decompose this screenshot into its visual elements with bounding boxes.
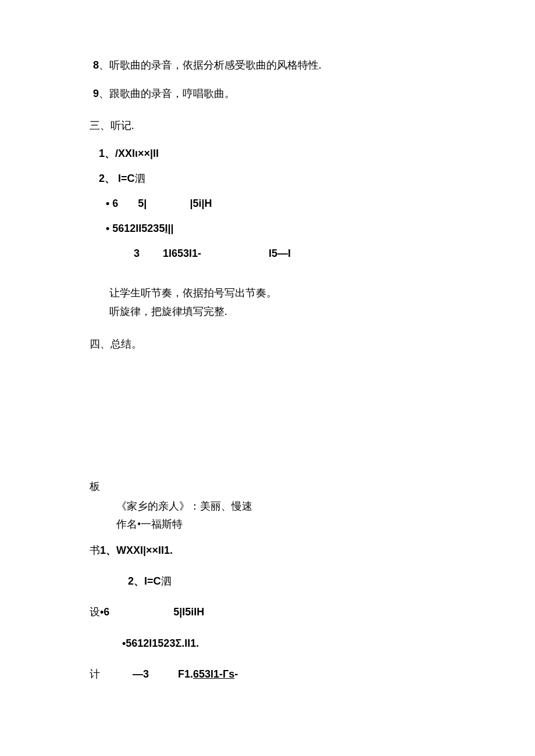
board-item3-a: •6 (100, 606, 109, 618)
section-4-title: 四、总结。 (90, 337, 535, 352)
board-label-she: 设 (90, 606, 100, 618)
deep-indent-line: 31I653I1-I5—I (93, 246, 535, 261)
item-text: 、 I=C (105, 173, 135, 184)
list-item-9: 9、跟歌曲的录音，哼唱歌曲。 (93, 87, 535, 101)
item-suffix: 泗 (135, 173, 145, 184)
board-item-2: 2、I=C泗 (93, 574, 535, 589)
board-item3-b: 5|I5iIH (173, 606, 204, 618)
board-label-ji: 计 (90, 668, 100, 680)
deep-a: 3 (134, 248, 140, 259)
bullet-text-a: • 6 (106, 198, 118, 209)
board-item2-a: 2、I=C (128, 575, 161, 587)
board-shu-line: 书1、WXXI|××II1. (90, 543, 535, 558)
board-she-line: 设•65|I5iIH (90, 605, 535, 619)
board-item4-b: F1. (178, 668, 193, 680)
bullet-item-2: • 5612II5235I|| (93, 221, 535, 236)
bullet-text-b: 5| (138, 198, 147, 209)
board-label-ban: 板 (90, 479, 535, 494)
deep-c: I5—I (269, 248, 291, 259)
board-item2-b: 泗 (161, 575, 172, 587)
bullet-item-1: • 65||5i|H (93, 196, 535, 211)
item-text: 、跟歌曲的录音，哼唱歌曲。 (99, 88, 235, 99)
list-item-8: 8、听歌曲的录音，依据分析感受歌曲的风格特性. (93, 58, 535, 73)
board-item1-num: 1 (100, 544, 106, 556)
item-number: 1 (99, 148, 105, 159)
item-number: 8 (93, 59, 99, 71)
item-text: 、听歌曲的录音，依据分析感受歌曲的风格特性. (99, 59, 322, 71)
item-number: 9 (93, 88, 99, 99)
section-3-title: 三、听记. (90, 119, 535, 133)
para-line-2: 听旋律，把旋律填写完整. (109, 302, 535, 321)
bullet-text-c: |5i|H (190, 198, 212, 209)
list-item-2: 2、 I=C泗 (93, 171, 535, 186)
board-item4-a: —3 (133, 668, 149, 680)
board-label-shu: 书 (90, 544, 100, 556)
item-text: 、/XXIι××|II (105, 148, 159, 159)
board-item1-text: 、WXXI|××II1. (106, 544, 173, 556)
deep-b: 1I653I1- (163, 248, 201, 259)
board-item4-c: 653I1-Гs (193, 668, 234, 680)
board-item4-d: - (234, 668, 238, 680)
list-item-1: 1、/XXIι××|II (93, 146, 535, 161)
board-design-section: 板 《家乡的亲人》：美丽、慢速 作名•一福斯特 书1、WXXI|××II1. 2… (93, 479, 535, 682)
bullet-text-b: I|| (165, 223, 173, 234)
paragraph-block: 让学生听节奏，依据拍号写出节奏。 听旋律，把旋律填写完整. (93, 284, 535, 321)
board-title: 《家乡的亲人》：美丽、慢速 (93, 499, 535, 514)
board-ji-line: 计—3F1.653I1-Гs- (90, 667, 535, 682)
bullet-text-a: • 5612II5235 (106, 223, 165, 234)
board-author: 作名•一福斯特 (93, 517, 535, 532)
para-line-1: 让学生听节奏，依据拍号写出节奏。 (109, 284, 535, 302)
item-number: 2 (99, 173, 105, 184)
board-item-3b: •5612I1523Σ.II1. (93, 636, 535, 651)
